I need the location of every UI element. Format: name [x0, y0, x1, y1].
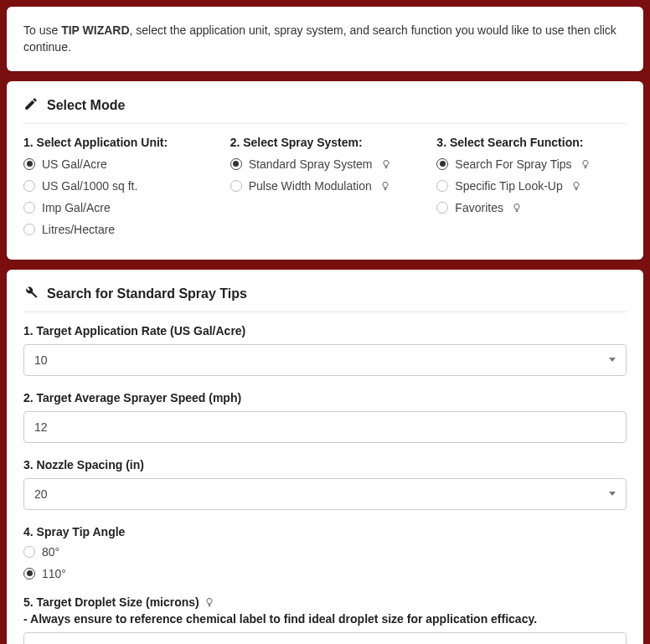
target-rate-field: 1. Target Application Rate (US Gal/Acre)…: [23, 324, 627, 376]
radio-icon: [436, 202, 448, 214]
radio-label: US Gal/Acre: [42, 157, 107, 171]
search-option-spray-tips[interactable]: Search For Spray Tips: [436, 157, 627, 171]
radio-label: Imp Gal/Acre: [42, 201, 111, 214]
radio-icon: [23, 224, 35, 235]
droplet-size-select[interactable]: 0: [23, 632, 627, 644]
unit-option-imp-gal-acre[interactable]: Imp Gal/Acre: [23, 201, 214, 214]
radio-icon: [230, 158, 242, 170]
sprayer-speed-field: 2. Target Average Sprayer Speed (mph) 12: [23, 391, 627, 443]
sprayer-speed-value: 12: [34, 420, 48, 434]
droplet-size-note: - Always ensure to reference chemical la…: [23, 612, 537, 626]
search-title: Search for Standard Spray Tips: [47, 286, 247, 301]
pencil-icon: [23, 96, 39, 115]
wrench-icon: [23, 285, 39, 303]
nozzle-spacing-select[interactable]: 20: [23, 478, 627, 510]
tip-angle-field: 4. Spray Tip Angle 80° 110°: [23, 525, 627, 580]
radio-icon: [23, 180, 35, 192]
nozzle-spacing-field: 3. Nozzle Spacing (in) 20: [23, 458, 627, 510]
unit-heading: 1. Select Application Unit:: [23, 136, 214, 149]
app-name: TIP WIZARD: [61, 23, 129, 37]
system-heading: 2. Select Spray System:: [230, 136, 420, 149]
hint-icon[interactable]: [381, 158, 391, 170]
radio-icon: [436, 180, 448, 192]
intro-text: To use TIP WIZARD, select the applicatio…: [23, 22, 627, 56]
radio-icon: [23, 568, 35, 580]
search-option-specific-tip[interactable]: Specific Tip Look-Up: [436, 179, 627, 193]
radio-label: Standard Spray System: [249, 157, 373, 171]
mode-title: Select Mode: [47, 98, 125, 113]
nozzle-spacing-value: 20: [34, 487, 48, 501]
system-option-pwm[interactable]: Pulse Width Modulation: [230, 179, 420, 193]
intro-pre: To use: [23, 23, 61, 37]
unit-column: 1. Select Application Unit: US Gal/Acre …: [23, 136, 214, 245]
radio-label: Litres/Hectare: [42, 223, 115, 236]
chevron-down-icon: [609, 492, 616, 496]
radio-icon: [23, 546, 35, 558]
tip-angle-80[interactable]: 80°: [23, 545, 627, 559]
tip-angle-label: 4. Spray Tip Angle: [23, 525, 627, 538]
target-rate-select[interactable]: 10: [23, 344, 627, 376]
radio-label: Specific Tip Look-Up: [455, 179, 562, 193]
sprayer-speed-input[interactable]: 12: [23, 411, 627, 443]
radio-label: Pulse Width Modulation: [249, 179, 372, 193]
radio-label: 110°: [42, 567, 66, 580]
mode-columns: 1. Select Application Unit: US Gal/Acre …: [23, 136, 627, 245]
chevron-down-icon: [609, 358, 616, 362]
hint-icon[interactable]: [380, 180, 390, 192]
radio-label: 80°: [42, 545, 59, 559]
hint-icon[interactable]: [580, 158, 591, 170]
tip-angle-110[interactable]: 110°: [23, 567, 627, 580]
droplet-size-label: 5. Target Droplet Size (microns) - Alway…: [23, 595, 627, 626]
search-function-heading: 3. Select Search Function:: [436, 136, 627, 149]
droplet-size-value: 0: [34, 641, 41, 644]
radio-icon: [436, 158, 448, 170]
system-option-standard[interactable]: Standard Spray System: [230, 157, 420, 171]
unit-option-us-gal-1000sqft[interactable]: US Gal/1000 sq ft.: [23, 179, 214, 193]
search-option-favorites[interactable]: Favorites: [436, 201, 627, 214]
system-column: 2. Select Spray System: Standard Spray S…: [230, 136, 420, 245]
droplet-size-field: 5. Target Droplet Size (microns) - Alway…: [23, 595, 627, 644]
hint-icon[interactable]: [512, 202, 522, 214]
search-title-row: Search for Standard Spray Tips: [23, 285, 627, 312]
search-function-column: 3. Select Search Function: Search For Sp…: [436, 136, 627, 245]
sprayer-speed-label: 2. Target Average Sprayer Speed (mph): [23, 391, 627, 404]
radio-label: US Gal/1000 sq ft.: [42, 179, 137, 193]
nozzle-spacing-label: 3. Nozzle Spacing (in): [23, 458, 627, 471]
droplet-size-label-main: 5. Target Droplet Size (microns): [23, 595, 199, 609]
hint-icon[interactable]: [204, 596, 214, 608]
radio-icon: [23, 158, 35, 170]
mode-panel: Select Mode 1. Select Application Unit: …: [7, 81, 643, 260]
search-panel: Search for Standard Spray Tips 1. Target…: [7, 270, 643, 644]
unit-option-us-gal-acre[interactable]: US Gal/Acre: [23, 157, 214, 171]
target-rate-value: 10: [34, 353, 48, 367]
radio-icon: [23, 202, 35, 214]
intro-panel: To use TIP WIZARD, select the applicatio…: [7, 7, 643, 71]
mode-title-row: Select Mode: [23, 96, 627, 124]
target-rate-label: 1. Target Application Rate (US Gal/Acre): [23, 324, 627, 337]
radio-icon: [230, 180, 242, 192]
hint-icon[interactable]: [571, 180, 581, 192]
radio-label: Search For Spray Tips: [455, 157, 571, 171]
unit-option-litres-hectare[interactable]: Litres/Hectare: [23, 223, 214, 236]
radio-label: Favorites: [455, 201, 503, 214]
